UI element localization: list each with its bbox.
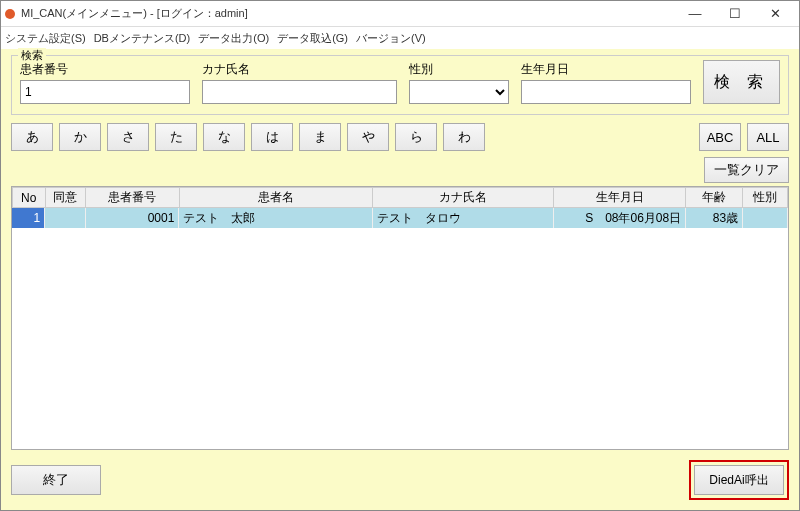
titlebar: MI_CAN(メインメニュー) - [ログイン：admin] — ☐ ✕: [1, 1, 799, 27]
exit-button[interactable]: 終了: [11, 465, 101, 495]
col-age[interactable]: 年齢: [686, 188, 743, 208]
col-consent[interactable]: 同意: [45, 188, 86, 208]
cell-gender: [743, 208, 788, 228]
maximize-button[interactable]: ☐: [715, 2, 755, 26]
cell-kana: テスト タロウ: [372, 208, 553, 228]
kana-filter-row: あかさたなはまやらわ ABC ALL: [11, 123, 789, 151]
birth-label: 生年月日: [521, 61, 691, 78]
col-birth[interactable]: 生年月日: [554, 188, 686, 208]
kana-label: カナ氏名: [202, 61, 397, 78]
clear-list-button[interactable]: 一覧クリア: [704, 157, 789, 183]
menu-in[interactable]: データ取込(G): [277, 31, 348, 46]
search-button[interactable]: 検 索: [703, 60, 780, 104]
menu-version[interactable]: バージョン(V): [356, 31, 426, 46]
kana-button-1[interactable]: か: [59, 123, 101, 151]
patient-no-input[interactable]: [20, 80, 190, 104]
patient-no-label: 患者番号: [20, 61, 190, 78]
kana-button-2[interactable]: さ: [107, 123, 149, 151]
kana-button-7[interactable]: や: [347, 123, 389, 151]
gender-label: 性別: [409, 61, 509, 78]
diedai-button[interactable]: DiedAi呼出: [694, 465, 784, 495]
minimize-button[interactable]: —: [675, 2, 715, 26]
kana-button-0[interactable]: あ: [11, 123, 53, 151]
col-pno[interactable]: 患者番号: [86, 188, 180, 208]
cell-name: テスト 太郎: [179, 208, 372, 228]
menu-system[interactable]: システム設定(S): [5, 31, 86, 46]
col-name[interactable]: 患者名: [179, 188, 372, 208]
col-gender[interactable]: 性別: [743, 188, 788, 208]
kana-button-3[interactable]: た: [155, 123, 197, 151]
table-row[interactable]: 10001テスト 太郎テスト タロウS 08年06月08日83歳: [12, 208, 788, 228]
abc-button[interactable]: ABC: [699, 123, 741, 151]
cell-pno: 0001: [85, 208, 179, 228]
search-group: 検索 患者番号 カナ氏名 性別 生年月日 検 索: [11, 55, 789, 115]
window-title: MI_CAN(メインメニュー) - [ログイン：admin]: [21, 6, 675, 21]
search-legend: 検索: [18, 48, 46, 63]
cell-consent: [45, 208, 86, 228]
cell-no: 1: [12, 208, 45, 228]
kana-button-5[interactable]: は: [251, 123, 293, 151]
kana-button-9[interactable]: わ: [443, 123, 485, 151]
patient-grid: No 同意 患者番号 患者名 カナ氏名 生年月日 年齢 性別 10001テスト …: [11, 186, 789, 450]
footer: 終了 DiedAi呼出: [11, 450, 789, 500]
col-no[interactable]: No: [13, 188, 46, 208]
menu-db[interactable]: DBメンテナンス(D): [94, 31, 191, 46]
birth-input[interactable]: [521, 80, 691, 104]
app-icon: [5, 9, 15, 19]
content-area: 検索 患者番号 カナ氏名 性別 生年月日 検 索 あかさたなはまやらわ ABC …: [1, 49, 799, 510]
kana-input[interactable]: [202, 80, 397, 104]
kana-button-8[interactable]: ら: [395, 123, 437, 151]
kana-button-4[interactable]: な: [203, 123, 245, 151]
cell-birth: S 08年06月08日: [553, 208, 685, 228]
diedai-highlight: DiedAi呼出: [689, 460, 789, 500]
menu-out[interactable]: データ出力(O): [198, 31, 269, 46]
gender-select[interactable]: [409, 80, 509, 104]
cell-age: 83歳: [686, 208, 743, 228]
menubar: システム設定(S) DBメンテナンス(D) データ出力(O) データ取込(G) …: [1, 27, 799, 49]
close-button[interactable]: ✕: [755, 2, 795, 26]
kana-button-6[interactable]: ま: [299, 123, 341, 151]
col-kana[interactable]: カナ氏名: [373, 188, 554, 208]
all-button[interactable]: ALL: [747, 123, 789, 151]
